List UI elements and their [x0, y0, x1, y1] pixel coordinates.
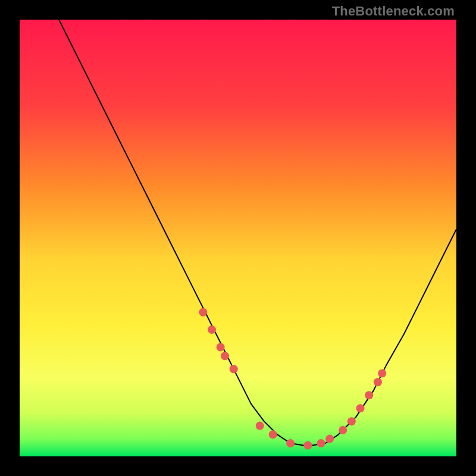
marker-dot — [374, 378, 382, 386]
marker-dot — [208, 325, 216, 334]
marker-dot — [199, 308, 207, 317]
marker-dot — [325, 435, 334, 443]
marker-dot — [256, 422, 264, 430]
marker-dot — [378, 369, 386, 378]
marker-dot — [347, 417, 356, 425]
marker-dot — [230, 365, 238, 373]
bottleneck-curve — [20, 20, 456, 456]
marker-dot — [221, 352, 229, 360]
marker-dot — [269, 430, 277, 439]
marker-dot — [303, 441, 312, 450]
plot-area — [20, 20, 456, 456]
watermark-text: TheBottleneck.com — [332, 4, 455, 19]
marker-dot — [317, 439, 325, 447]
curve-path — [46, 20, 456, 446]
marker-dot — [217, 343, 225, 352]
marker-dot — [365, 391, 373, 399]
chart-container: TheBottleneck.com — [0, 0, 476, 476]
marker-dot — [286, 439, 295, 447]
marker-dot — [339, 426, 347, 434]
marker-dot — [356, 404, 365, 412]
